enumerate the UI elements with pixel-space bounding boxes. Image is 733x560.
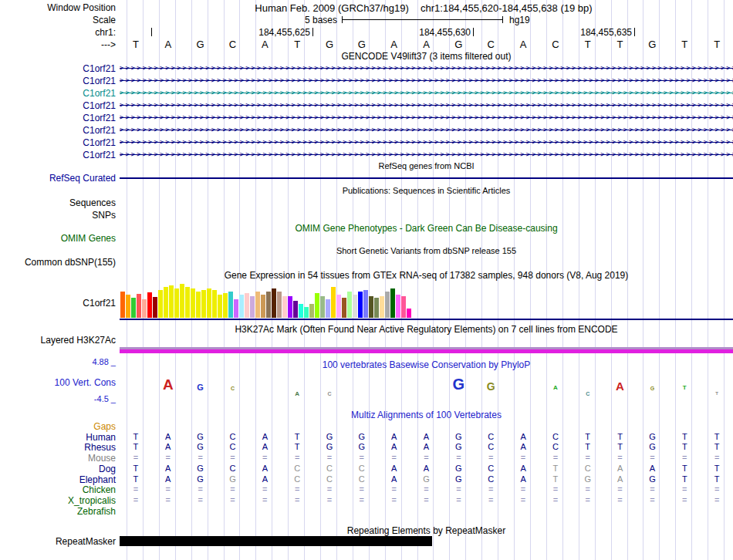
gtex-bar[interactable] <box>331 287 336 318</box>
repeat-element-bar[interactable] <box>120 536 432 546</box>
gene-label[interactable]: C1orf21 <box>0 137 116 148</box>
gtex-bar[interactable] <box>374 298 379 318</box>
gtex-bar[interactable] <box>153 297 157 318</box>
gtex-title[interactable]: Gene Expression in 54 tissues from GTEx … <box>120 270 733 281</box>
gtex-bar[interactable] <box>277 292 282 318</box>
gtex-bar[interactable] <box>228 292 233 318</box>
gtex-bar[interactable] <box>158 290 163 318</box>
gene-row[interactable]: >>>>>>>>>>>>>>>>>>>>>>>>>>>>>>>>>>>>>>>>… <box>120 76 733 86</box>
gene-row[interactable]: >>>>>>>>>>>>>>>>>>>>>>>>>>>>>>>>>>>>>>>>… <box>120 88 733 98</box>
gene-row[interactable]: >>>>>>>>>>>>>>>>>>>>>>>>>>>>>>>>>>>>>>>>… <box>120 137 733 147</box>
species-label[interactable]: Zebrafish <box>0 506 116 517</box>
sequences-label[interactable]: Sequences <box>0 197 116 208</box>
gene-label[interactable]: C1orf21 <box>0 150 116 160</box>
gtex-bar[interactable] <box>239 295 244 318</box>
species-label[interactable]: Dog <box>0 464 116 474</box>
gtex-bar[interactable] <box>288 296 292 318</box>
gtex-bar[interactable] <box>396 295 400 318</box>
species-label[interactable]: Chicken <box>0 484 116 495</box>
alignment-row[interactable]: TAGCACCCAAGCATCAATT <box>120 464 733 474</box>
alignment-row[interactable] <box>120 506 733 516</box>
gtex-bar[interactable] <box>320 296 325 318</box>
h3k27ac-title[interactable]: H3K27Ac Mark (Often Found Near Active Re… <box>120 324 733 335</box>
species-label[interactable]: Human <box>0 432 116 443</box>
repeatmasker-label[interactable]: RepeatMasker <box>0 536 116 547</box>
gtex-bar[interactable] <box>266 292 271 318</box>
gtex-bar[interactable] <box>309 304 314 318</box>
multiz-title[interactable]: Multiz Alignments of 100 Vertebrates <box>120 410 733 420</box>
publications-title[interactable]: Publications: Sequences in Scientific Ar… <box>120 186 733 195</box>
gtex-bar[interactable] <box>363 290 368 318</box>
gene-label[interactable]: C1orf21 <box>0 125 116 136</box>
gene-label[interactable]: C1orf21 <box>0 76 116 86</box>
species-label[interactable]: X_tropicalis <box>0 495 116 506</box>
alignment-row[interactable]: TAGCATGGAAGCACTTGTT <box>120 442 733 452</box>
conservation-title[interactable]: 100 vertebrates Basewise Conservation by… <box>120 359 733 370</box>
gtex-bar[interactable] <box>147 292 152 318</box>
gtex-bar[interactable] <box>169 285 174 318</box>
alignment-row[interactable] <box>120 421 733 431</box>
gtex-bar[interactable] <box>380 296 384 318</box>
gtex-bar[interactable] <box>142 299 147 318</box>
species-label[interactable]: Mouse <box>0 453 116 464</box>
repeatmasker-title[interactable]: Repeating Elements by RepeatMasker <box>120 525 733 536</box>
gtex-bar[interactable] <box>207 288 211 318</box>
gtex-bar[interactable] <box>407 309 411 318</box>
gtex-bar[interactable] <box>126 295 130 318</box>
gene-label[interactable]: C1orf21 <box>0 100 116 111</box>
gtex-bar[interactable] <box>223 293 228 318</box>
gtex-bar[interactable] <box>293 301 298 318</box>
gtex-bar[interactable] <box>131 298 136 318</box>
gtex-bar[interactable] <box>250 296 255 318</box>
alignment-row[interactable]: =================== <box>120 484 733 494</box>
conservation-label[interactable]: 100 Vert. Cons <box>0 377 116 388</box>
gtex-gene-label[interactable]: C1orf21 <box>0 298 116 309</box>
gtex-bar[interactable] <box>304 307 309 318</box>
gene-label[interactable]: C1orf21 <box>0 113 116 123</box>
gtex-bar[interactable] <box>385 292 390 318</box>
gtex-bar[interactable] <box>164 287 168 318</box>
gtex-bar[interactable] <box>201 290 206 318</box>
omim-title[interactable]: OMIM Gene Phenotypes - Dark Green Can Be… <box>120 223 733 234</box>
refseq-curated-label[interactable]: RefSeq Curated <box>0 173 116 184</box>
species-label[interactable]: Rhesus <box>0 442 116 453</box>
refseq-title[interactable]: RefSeq genes from NCBI <box>120 161 733 170</box>
alignment-row[interactable]: =================== <box>120 495 733 505</box>
gtex-bar[interactable] <box>353 295 357 318</box>
gtex-bar[interactable] <box>218 295 222 318</box>
h3k27ac-label[interactable]: Layered H3K27Ac <box>0 335 116 346</box>
gtex-bar[interactable] <box>120 292 125 318</box>
gtex-bar[interactable] <box>299 304 303 318</box>
gtex-bar[interactable] <box>174 288 179 318</box>
gene-label[interactable]: C1orf21 <box>0 88 116 99</box>
species-label[interactable]: Gaps <box>0 421 116 432</box>
alignment-row[interactable]: TAGCATGGAAGCACTTGTT <box>120 432 733 442</box>
gtex-bar[interactable] <box>196 292 201 318</box>
h3k27ac-band-magenta[interactable] <box>120 349 733 353</box>
gtex-bar[interactable] <box>326 299 330 318</box>
gtex-bar[interactable] <box>180 284 184 318</box>
gene-row[interactable]: >>>>>>>>>>>>>>>>>>>>>>>>>>>>>>>>>>>>>>>>… <box>120 125 733 135</box>
gtex-bar[interactable] <box>272 288 276 318</box>
gtex-bar[interactable] <box>347 292 352 318</box>
gtex-bar[interactable] <box>342 298 346 318</box>
gtex-bar[interactable] <box>137 294 141 318</box>
gtex-bar[interactable] <box>315 293 319 318</box>
gtex-bar[interactable] <box>369 296 373 318</box>
gtex-bar[interactable] <box>212 290 217 318</box>
base-row[interactable]: TAGCATGGAAGCACTTGTT <box>120 39 733 49</box>
gtex-bar[interactable] <box>245 293 249 318</box>
refseq-gene-bar[interactable] <box>120 177 733 179</box>
gene-label[interactable]: C1orf21 <box>0 63 116 74</box>
dbsnp-label[interactable]: Common dbSNP(155) <box>0 257 116 268</box>
gtex-bar[interactable] <box>185 287 190 318</box>
gtex-bar[interactable] <box>401 296 406 318</box>
gencode-title[interactable]: GENCODE V49lift37 (3 items filtered out) <box>120 51 733 62</box>
gtex-bar[interactable] <box>358 292 363 318</box>
alignment-row[interactable]: =================== <box>120 453 733 463</box>
gtex-bar[interactable] <box>255 292 260 318</box>
alignment-row[interactable]: TAGGACCCAGGCATGAGTT <box>120 474 733 484</box>
gene-row[interactable]: >>>>>>>>>>>>>>>>>>>>>>>>>>>>>>>>>>>>>>>>… <box>120 63 733 73</box>
gene-row[interactable]: >>>>>>>>>>>>>>>>>>>>>>>>>>>>>>>>>>>>>>>>… <box>120 150 733 160</box>
gtex-bar[interactable] <box>336 295 341 318</box>
